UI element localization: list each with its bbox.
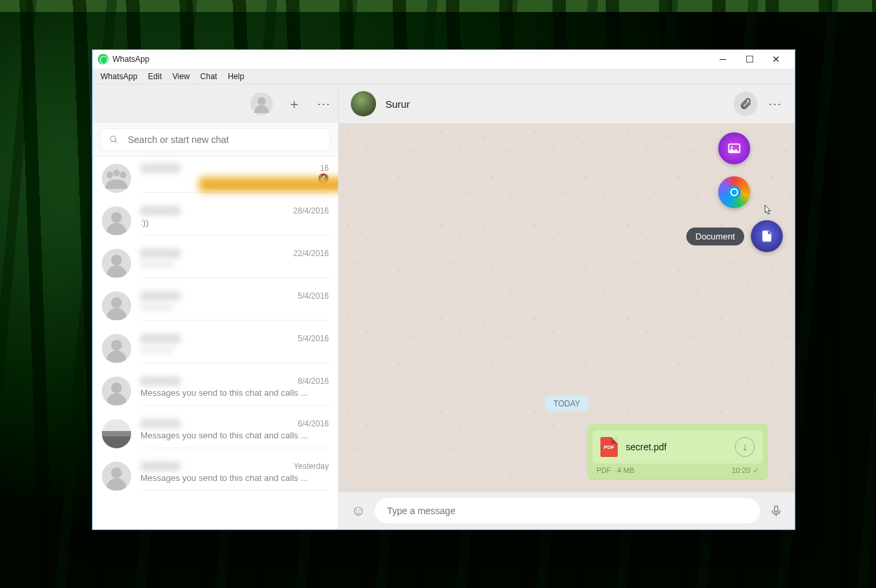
chat-name [140, 164, 180, 173]
search-bar [93, 123, 338, 157]
chat-item[interactable]: 22/4/2016 [93, 242, 338, 285]
chat-name [140, 462, 180, 471]
chat-item[interactable]: 28/4/2016:)) [93, 200, 338, 242]
chat-date: 28/4/2016 [294, 206, 329, 216]
chat-name [140, 206, 180, 216]
file-meta: PDF · 4 MB [596, 466, 634, 475]
new-chat-button[interactable]: ＋ [286, 95, 302, 113]
contact-name: Surur [385, 98, 724, 110]
whatsapp-window: WhatsApp ─ ☐ ✕ WhatsApp Edit View Chat H… [92, 49, 795, 530]
attach-gallery-button[interactable] [718, 132, 750, 164]
chat-preview [140, 260, 174, 268]
close-button[interactable]: ✕ [763, 51, 789, 68]
sidebar-header: ＋ ⋯ [93, 84, 338, 123]
attach-button[interactable] [734, 92, 758, 116]
search-input[interactable] [128, 134, 322, 145]
menu-help[interactable]: Help [222, 71, 250, 82]
my-avatar[interactable] [250, 92, 273, 115]
pdf-icon: PDF [600, 437, 618, 457]
chat-avatar [102, 462, 131, 491]
chat-date: Yesterday [294, 462, 329, 471]
whatsapp-icon [98, 54, 109, 65]
redacted-preview [199, 177, 338, 192]
chat-avatar [102, 164, 131, 193]
chat-item[interactable]: 5/4/2016 [93, 285, 338, 327]
chat-item[interactable]: 8/4/2016Messages you send to this chat a… [93, 370, 338, 412]
menu-edit[interactable]: Edit [142, 71, 167, 82]
mic-button[interactable] [769, 503, 783, 519]
chat-preview: Messages you send to this chat and calls… [140, 388, 308, 398]
chat-avatar [102, 206, 131, 235]
file-name: secret.pdf [626, 442, 727, 452]
sidebar: ＋ ⋯ 16🔇28/4/2016:))22/4/20165/4/20165/4/… [93, 84, 339, 529]
chat-preview [140, 303, 174, 311]
chat-name [140, 376, 180, 386]
messages-area: TODAY PDF secret.pdf ↓ PDF · 4 MB 10:20✓ [339, 382, 795, 492]
document-tooltip: Document [686, 227, 744, 245]
chat-preview: Messages you send to this chat and calls… [140, 473, 308, 483]
chat-avatar [102, 334, 131, 363]
chat-date: 8/4/2016 [298, 376, 329, 386]
titlebar[interactable]: WhatsApp ─ ☐ ✕ [93, 50, 795, 69]
chat-preview [140, 345, 174, 353]
chat-item[interactable]: 6/4/2016Messages you send to this chat a… [93, 412, 338, 455]
chat-avatar [102, 291, 131, 321]
svg-rect-4 [775, 506, 778, 512]
chat-date: 5/4/2016 [298, 291, 329, 301]
svg-line-1 [115, 141, 117, 143]
chat-item[interactable]: 5/4/2016 [93, 327, 338, 370]
chat-list[interactable]: 16🔇28/4/2016:))22/4/20165/4/20165/4/2016… [93, 157, 338, 529]
conversation-panel: Surur ⋯ Document TODAY [339, 84, 795, 529]
attach-document-button[interactable] [751, 220, 783, 252]
download-button[interactable]: ↓ [735, 437, 755, 457]
message-input[interactable] [375, 498, 760, 523]
chat-menu-button[interactable]: ⋯ [767, 96, 783, 112]
minimize-button[interactable]: ─ [710, 51, 736, 68]
sent-check-icon: ✓ [753, 466, 759, 474]
contact-avatar[interactable] [351, 91, 376, 116]
chat-name [140, 419, 180, 428]
paperclip-icon [739, 97, 752, 110]
chat-date: 16 [320, 164, 329, 173]
chat-date: 5/4/2016 [298, 334, 329, 343]
chat-header: Surur ⋯ [339, 84, 795, 123]
chat-name [140, 291, 180, 301]
image-icon [727, 141, 742, 156]
chat-name [140, 334, 180, 343]
menu-whatsapp[interactable]: WhatsApp [95, 71, 142, 82]
chat-item[interactable]: YesterdayMessages you send to this chat … [93, 455, 338, 498]
titlebar-text: WhatsApp [112, 55, 149, 64]
chat-date: 22/4/2016 [294, 249, 329, 258]
chat-date: 6/4/2016 [298, 419, 329, 428]
message-time: 10:20✓ [732, 466, 759, 475]
chat-preview: :)) [140, 218, 148, 227]
attach-camera-button[interactable] [718, 176, 750, 208]
emoji-button[interactable]: ☺ [351, 502, 365, 519]
attach-menu: Document [686, 132, 783, 252]
chat-avatar [102, 376, 131, 406]
date-separator: TODAY [545, 396, 588, 412]
compose-bar: ☺ [339, 492, 795, 529]
document-icon [760, 229, 773, 243]
chat-avatar [102, 419, 131, 448]
message-bubble[interactable]: PDF secret.pdf ↓ PDF · 4 MB 10:20✓ [587, 424, 768, 479]
svg-point-0 [110, 136, 116, 142]
search-icon [109, 135, 118, 144]
camera-icon [728, 186, 741, 199]
svg-point-3 [731, 146, 733, 148]
chat-item[interactable]: 16🔇 [93, 157, 338, 200]
chat-avatar [102, 249, 131, 278]
menu-view[interactable]: View [167, 71, 195, 82]
menu-chat[interactable]: Chat [195, 71, 222, 82]
maximize-button[interactable]: ☐ [736, 51, 763, 68]
menubar: WhatsApp Edit View Chat Help [93, 69, 795, 84]
sidebar-menu-button[interactable]: ⋯ [316, 96, 331, 112]
chat-name [140, 249, 180, 258]
chat-preview: Messages you send to this chat and calls… [140, 430, 308, 440]
